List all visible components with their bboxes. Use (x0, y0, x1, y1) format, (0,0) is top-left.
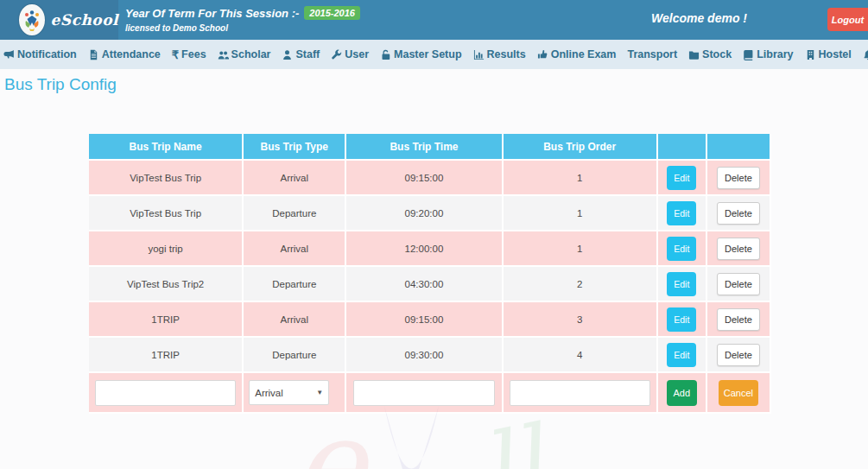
edit-button[interactable]: Edit (667, 343, 696, 367)
cell-trip-order: 3 (504, 302, 658, 338)
eschool-logo-icon (19, 4, 45, 35)
col-header-edit (658, 134, 707, 161)
nav-item-online-exam[interactable]: Online Exam (537, 48, 617, 60)
cell-trip-time: 09:30:00 (346, 338, 503, 373)
cell-trip-name: VipTest Bus Trip (89, 196, 244, 231)
nav-item-master-setup[interactable]: Master Setup (380, 48, 462, 60)
col-header-time: Bus Trip Time (346, 134, 503, 161)
nav-label: Attendance (102, 48, 161, 60)
cell-trip-time: 09:15:00 (346, 302, 503, 338)
edit-button[interactable]: Edit (667, 272, 696, 296)
table-row: VipTest Bus Trip Departure 09:20:00 1 Ed… (89, 196, 771, 231)
nav-item-results[interactable]: Results (473, 48, 526, 60)
delete-button[interactable]: Delete (717, 308, 760, 331)
cell-trip-type: Departure (244, 338, 346, 373)
nav-label: Results (487, 48, 526, 60)
nav-item-transport[interactable]: Transport (627, 48, 677, 60)
table-row: 1TRIP Departure 09:30:00 4 Edit Delete (89, 338, 771, 373)
cancel-button[interactable]: Cancel (719, 380, 758, 406)
nav-label: User (345, 48, 369, 60)
cell-trip-name: yogi trip (89, 231, 244, 267)
nav-item-fees[interactable]: ₹ Fees (172, 48, 206, 61)
bus-trip-table: Bus Trip Name Bus Trip Type Bus Trip Tim… (89, 134, 771, 414)
cell-trip-name: 1TRIP (89, 338, 244, 373)
cell-trip-time: 04:30:00 (346, 267, 503, 302)
edit-button[interactable]: Edit (667, 201, 696, 225)
trip-name-input[interactable] (95, 380, 236, 406)
delete-button[interactable]: Delete (717, 273, 760, 295)
trip-order-input[interactable] (510, 380, 650, 406)
cell-trip-name: VipTest Bus Trip2 (89, 267, 244, 302)
rupee-icon: ₹ (172, 48, 179, 61)
col-header-type: Bus Trip Type (244, 134, 346, 161)
building-icon (805, 49, 816, 60)
nav-label: Hostel (819, 48, 852, 60)
nav-label: Library (757, 48, 793, 60)
users-icon (218, 49, 229, 60)
edit-button[interactable]: Edit (667, 307, 696, 332)
table-header-row: Bus Trip Name Bus Trip Type Bus Trip Tim… (89, 134, 771, 161)
chevron-down-icon: ▼ (316, 389, 323, 396)
nav-item-user[interactable]: User (331, 48, 369, 60)
col-header-order: Bus Trip Order (504, 134, 658, 161)
nav-item-attendance[interactable]: Attendance (88, 48, 161, 60)
cell-trip-time: 12:00:00 (346, 231, 503, 267)
top-header: eSchool Year Of Term For This Session :-… (0, 0, 868, 40)
cell-trip-time: 09:15:00 (346, 161, 503, 196)
nav-label: Transport (627, 48, 677, 60)
cell-trip-type: Departure (244, 196, 346, 231)
bell-icon (863, 49, 868, 60)
nav-label: Fees (181, 48, 206, 60)
nav-item-staff[interactable]: Staff (282, 48, 320, 60)
col-header-delete (707, 134, 771, 161)
nav-label: Online Exam (551, 48, 617, 60)
main-navbar: Notification Attendance ₹ Fees Scholar S… (0, 40, 868, 69)
nav-item-timetable[interactable]: TimeTable (863, 48, 868, 60)
cell-trip-name: VipTest Bus Trip (89, 161, 244, 196)
bullhorn-icon (3, 49, 15, 60)
nav-item-stock[interactable]: Stock (688, 48, 732, 60)
licensed-text: licensed to Demo School (125, 23, 360, 33)
add-button[interactable]: Add (667, 380, 698, 406)
nav-item-notification[interactable]: Notification (3, 48, 77, 60)
session-block: Year Of Term For This Session :- 2015-20… (125, 6, 360, 33)
session-label: Year Of Term For This Session :- (125, 7, 299, 20)
add-trip-form-row: Arrival ▼ Add Cancel (89, 373, 771, 414)
trip-type-select[interactable]: Arrival ▼ (249, 380, 329, 405)
book-icon (743, 49, 754, 60)
svg-text:ll: ll (471, 404, 561, 469)
cell-trip-order: 4 (504, 338, 658, 373)
nav-label: Notification (17, 48, 77, 60)
page-title: Bus Trip Config (4, 75, 117, 94)
nav-item-library[interactable]: Library (743, 48, 793, 60)
folder-icon (688, 49, 700, 60)
wrench-icon (331, 49, 342, 60)
delete-button[interactable]: Delete (717, 202, 760, 225)
cell-trip-type: Arrival (244, 231, 346, 267)
welcome-text: Welcome demo ! (651, 11, 747, 25)
trip-time-input[interactable] (353, 380, 496, 406)
table-row: yogi trip Arrival 12:00:00 1 Edit Delete (89, 231, 771, 267)
cell-trip-name: 1TRIP (89, 302, 244, 338)
cell-trip-type: Departure (244, 267, 346, 302)
file-icon (88, 49, 99, 60)
cell-trip-type: Arrival (244, 302, 346, 338)
nav-item-hostel[interactable]: Hostel (805, 48, 852, 60)
cell-trip-order: 1 (504, 231, 658, 267)
edit-button[interactable]: Edit (667, 237, 696, 261)
nav-label: Staff (295, 48, 320, 60)
session-year-badge: 2015-2016 (304, 6, 360, 20)
cell-trip-order: 1 (504, 196, 658, 231)
thumbs-up-icon (537, 49, 548, 60)
table-row: VipTest Bus Trip Arrival 09:15:00 1 Edit… (89, 161, 771, 196)
unlock-icon (380, 49, 391, 60)
edit-button[interactable]: Edit (667, 166, 696, 190)
col-header-name: Bus Trip Name (89, 134, 244, 161)
delete-button[interactable]: Delete (717, 344, 760, 366)
logout-button[interactable]: Logout (827, 8, 868, 31)
delete-button[interactable]: Delete (717, 167, 760, 189)
user-icon (282, 49, 293, 60)
nav-label: Scholar (231, 48, 271, 60)
nav-item-scholar[interactable]: Scholar (218, 48, 271, 60)
delete-button[interactable]: Delete (717, 238, 760, 260)
